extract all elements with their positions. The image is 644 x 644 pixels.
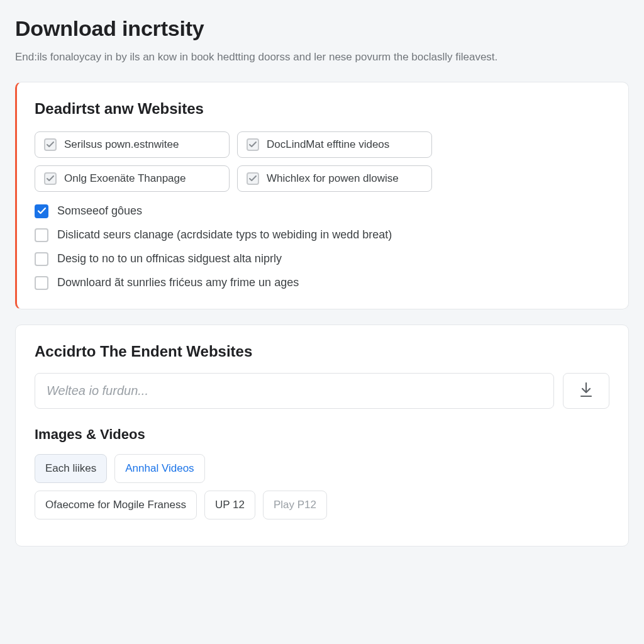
chip-annhal-videos[interactable]: Annhal Videos <box>114 454 204 483</box>
chip-mobile-frames[interactable]: Ofaecome for Mogile Franess <box>35 491 197 519</box>
check-row-3[interactable]: Downloard ãt sunrlies frićeus amy frime … <box>35 276 609 290</box>
chip-play-p12[interactable]: Play P12 <box>263 491 327 519</box>
checkbox-empty-icon <box>35 276 48 290</box>
chip-up12[interactable]: UP 12 <box>204 491 255 519</box>
checkbox-empty-icon <box>35 252 48 266</box>
search-input[interactable] <box>35 373 554 409</box>
media-subtitle: Images & Videos <box>35 426 609 443</box>
option-pill-3[interactable]: Whichlex for powen dlowise <box>237 165 432 192</box>
download-icon <box>579 382 594 400</box>
websites-card: Accidrto The Endent Websites Images & Vi… <box>15 325 629 547</box>
option-pill-0[interactable]: Serilsus pown.estnwitee <box>35 131 230 158</box>
settings-card-title: Deadirtst anw Websites <box>35 100 609 118</box>
page-subtitle: End:ils fonaloycay in by ils an kow in b… <box>15 50 629 65</box>
check-row-0[interactable]: Somseeof gôues <box>35 204 609 218</box>
checkbox-empty-icon <box>35 228 48 242</box>
check-icon <box>247 138 259 151</box>
check-row-label: Downloard ãt sunrlies frićeus amy frime … <box>57 276 299 289</box>
page-title: Download incrtsity <box>15 16 629 41</box>
check-row-label: Somseeof gôues <box>57 204 142 218</box>
chip-each-likes[interactable]: Each liikes <box>35 454 107 483</box>
option-pill-label: Whichlex for powen dlowise <box>267 172 399 185</box>
check-icon <box>247 172 259 185</box>
option-pill-label: DocLindMat efftine videos <box>267 138 389 151</box>
check-list: Somseeof gôues Dislicatd seurs clanage (… <box>35 204 609 290</box>
check-icon <box>44 172 57 185</box>
check-row-1[interactable]: Dislicatd seurs clanage (acrdsidate typs… <box>35 228 609 242</box>
check-row-label: Dislicatd seurs clanage (acrdsidate typs… <box>57 228 392 242</box>
option-pill-label: Serilsus pown.estnwitee <box>64 138 179 151</box>
check-row-label: Desig to no to un offnicas sidguest alta… <box>57 252 282 265</box>
option-pill-1[interactable]: DocLindMat efftine videos <box>237 131 432 158</box>
option-pill-2[interactable]: Onlg Exoenäte Thanpage <box>35 165 230 192</box>
check-icon <box>35 204 48 218</box>
websites-card-title: Accidrto The Endent Websites <box>35 343 609 360</box>
pill-grid: Serilsus pown.estnwitee DocLindMat effti… <box>35 131 609 192</box>
download-button[interactable] <box>563 373 609 409</box>
chip-row-2: Ofaecome for Mogile Franess UP 12 Play P… <box>35 491 609 519</box>
option-pill-label: Onlg Exoenäte Thanpage <box>64 172 186 185</box>
chip-row-1: Each liikes Annhal Videos <box>35 454 609 483</box>
search-row <box>35 373 609 409</box>
check-row-2[interactable]: Desig to no to un offnicas sidguest alta… <box>35 252 609 266</box>
check-icon <box>44 138 57 151</box>
settings-card: Deadirtst anw Websites Serilsus pown.est… <box>15 82 629 309</box>
